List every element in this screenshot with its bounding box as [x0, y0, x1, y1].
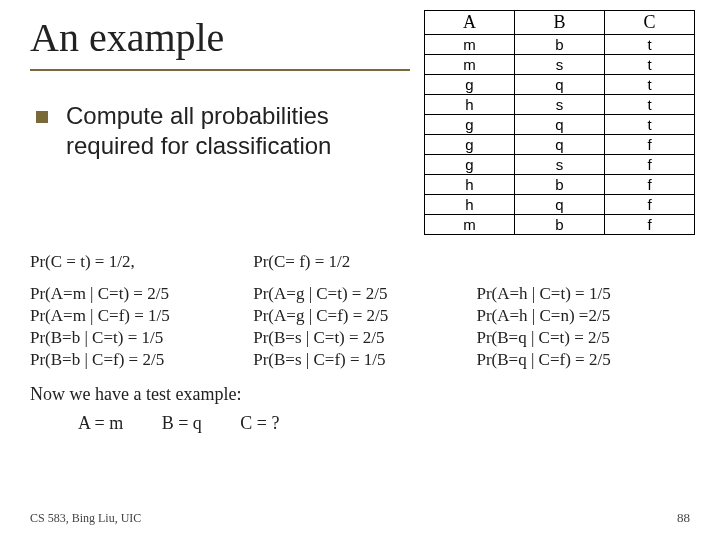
table-row: hst: [425, 95, 695, 115]
test-example: A = m B = q C = ?: [78, 413, 690, 434]
cond-cell: Pr(A=g | C=f) = 2/5: [253, 306, 476, 326]
table-row: gqt: [425, 75, 695, 95]
test-b: B = q: [162, 413, 202, 433]
cond-cell: Pr(A=g | C=t) = 2/5: [253, 284, 476, 304]
cond-cell: Pr(A=m | C=t) = 2/5: [30, 284, 253, 304]
training-data-table: A B C mbt mst gqt hst gqt gqf gsf hbf hq…: [424, 10, 695, 235]
square-bullet-icon: [36, 111, 48, 123]
table-row: gqt: [425, 115, 695, 135]
col-header-b: B: [515, 11, 605, 35]
cond-row: Pr(B=b | C=t) = 1/5 Pr(B=s | C=t) = 2/5 …: [30, 328, 690, 348]
cond-row: Pr(A=m | C=t) = 2/5 Pr(A=g | C=t) = 2/5 …: [30, 284, 690, 304]
table-row: hqf: [425, 195, 695, 215]
cond-cell: Pr(B=b | C=f) = 2/5: [30, 350, 253, 370]
cond-cell: Pr(A=h | C=t) = 1/5: [476, 284, 690, 304]
bullet-text: Compute all probabilities required for c…: [66, 101, 410, 161]
bullet-row: Compute all probabilities required for c…: [30, 101, 410, 161]
prior-t: Pr(C = t) = 1/2,: [30, 252, 253, 272]
cond-cell: Pr(A=m | C=f) = 1/5: [30, 306, 253, 326]
cond-row: Pr(B=b | C=f) = 2/5 Pr(B=s | C=f) = 1/5 …: [30, 350, 690, 370]
table-row: mbf: [425, 215, 695, 235]
cond-cell: Pr(B=s | C=t) = 2/5: [253, 328, 476, 348]
cond-cell: Pr(A=h | C=n) =2/5: [476, 306, 690, 326]
prior-row: Pr(C = t) = 1/2, Pr(C= f) = 1/2: [30, 252, 690, 272]
probabilities-block: Pr(C = t) = 1/2, Pr(C= f) = 1/2 Pr(A=m |…: [30, 252, 690, 434]
cond-cell: Pr(B=q | C=f) = 2/5: [476, 350, 690, 370]
slide-title: An example: [30, 14, 410, 61]
table-row: hbf: [425, 175, 695, 195]
col-header-a: A: [425, 11, 515, 35]
test-a: A = m: [78, 413, 123, 433]
table-row: mbt: [425, 35, 695, 55]
table-body: mbt mst gqt hst gqt gqf gsf hbf hqf mbf: [425, 35, 695, 235]
table-row: mst: [425, 55, 695, 75]
table-row: gsf: [425, 155, 695, 175]
table-header-row: A B C: [425, 11, 695, 35]
table-row: gqf: [425, 135, 695, 155]
footer-text: CS 583, Bing Liu, UIC: [30, 511, 141, 526]
col-header-c: C: [605, 11, 695, 35]
cond-row: Pr(A=m | C=f) = 1/5 Pr(A=g | C=f) = 2/5 …: [30, 306, 690, 326]
slide: An example Compute all probabilities req…: [0, 0, 720, 540]
title-underline: An example: [30, 14, 410, 71]
prior-f: Pr(C= f) = 1/2: [253, 252, 476, 272]
cond-cell: Pr(B=b | C=t) = 1/5: [30, 328, 253, 348]
page-number: 88: [677, 510, 690, 526]
test-label: Now we have a test example:: [30, 384, 690, 405]
cond-cell: Pr(B=q | C=t) = 2/5: [476, 328, 690, 348]
test-c: C = ?: [240, 413, 279, 433]
cond-cell: Pr(B=s | C=f) = 1/5: [253, 350, 476, 370]
